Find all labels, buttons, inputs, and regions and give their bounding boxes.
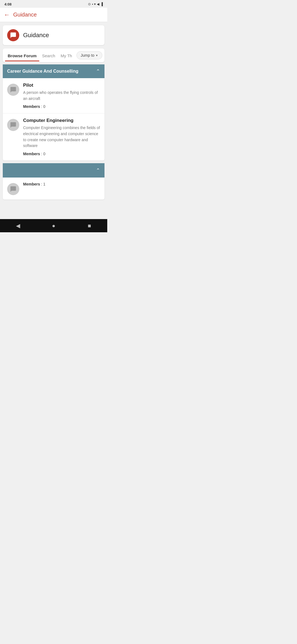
ce-desc: Computer Engineering combines the fields… [23,125,100,149]
pilot-members-sep: : [41,104,43,109]
forum-item-pilot[interactable]: Pilot A person who operates the flying c… [3,78,105,113]
signal-icon: ◀ [97,2,99,6]
collapse-icon-2[interactable]: ⌃ [96,167,100,173]
chevron-down-icon: ▼ [95,54,98,57]
nav-back-button[interactable]: ◀ [10,219,26,232]
app-bar: ← Guidance [0,8,107,22]
battery-icon: ▐ [100,2,103,6]
tab-browse-forum[interactable]: Browse Forum [5,50,39,61]
ce-members-count: 0 [43,152,45,156]
unknown-members-count: 1 [43,182,45,186]
chat-icon [10,86,16,93]
pilot-desc: A person who operates the flying control… [23,90,100,102]
bottom-nav: ◀ ● ■ [0,219,107,232]
ce-info: Computer Engineering Computer Engineerin… [23,118,100,156]
status-icons: ⊙ ▪ ▾ ◀ ▐ [88,2,103,6]
pilot-info: Pilot A person who operates the flying c… [23,83,100,109]
pilot-members: Members : 0 [23,104,100,109]
chat-icon-unknown [10,186,16,192]
ce-name: Computer Engineering [23,118,100,123]
ce-members: Members : 0 [23,152,100,156]
tab-bar: Browse Forum Search My Th Jump to ▼ [3,48,105,62]
back-button[interactable]: ← [4,11,10,18]
ce-members-sep: : [41,152,43,156]
section1-title: Career Guidance And Counselling [7,69,78,74]
section1-items: Pilot A person who operates the flying c… [3,78,105,160]
unknown-members-sep: : [41,182,43,186]
pilot-name: Pilot [23,83,100,88]
unknown-avatar [7,183,19,195]
chat-icon-ce [10,122,16,128]
unknown-info: Members : 1 [23,182,100,186]
wifi-icon: ▾ [94,2,96,6]
sim-icon: ▪ [92,2,93,6]
section2-items: Members : 1 [3,178,105,200]
pilot-avatar [7,84,19,96]
tab-search[interactable]: Search [39,50,58,61]
status-bar: 4:08 ⊙ ▪ ▾ ◀ ▐ [0,0,107,8]
jump-to-label: Jump to [81,53,94,58]
section2-header[interactable]: ⌃ [3,163,105,178]
jump-to-button[interactable]: Jump to ▼ [76,51,102,59]
nav-back-icon: ◀ [16,222,20,229]
guidance-icon [10,32,16,39]
ce-avatar [7,119,19,131]
ce-members-label: Members [23,152,40,156]
pilot-members-count: 0 [43,104,45,109]
forum-item-unknown[interactable]: Members : 1 [3,178,105,200]
nav-home-button[interactable]: ● [45,219,62,232]
tab-myth[interactable]: My Th [58,50,75,61]
unknown-members: Members : 1 [23,182,100,186]
nav-recent-button[interactable]: ■ [81,219,98,232]
guidance-icon-wrap [7,29,19,41]
unknown-members-label: Members [23,182,40,186]
section1-header[interactable]: Career Guidance And Counselling ⌃ [3,64,105,78]
status-time: 4:08 [4,2,12,6]
circle-icon: ⊙ [88,2,91,6]
header-card: Guidance [3,25,105,45]
pilot-members-label: Members [23,104,40,109]
nav-home-icon: ● [52,223,55,229]
nav-recent-icon: ■ [88,223,91,229]
header-card-title: Guidance [23,32,49,39]
collapse-icon[interactable]: ⌃ [96,68,100,74]
app-bar-title: Guidance [13,12,37,18]
forum-item-computer-engineering[interactable]: Computer Engineering Computer Engineerin… [3,113,105,160]
